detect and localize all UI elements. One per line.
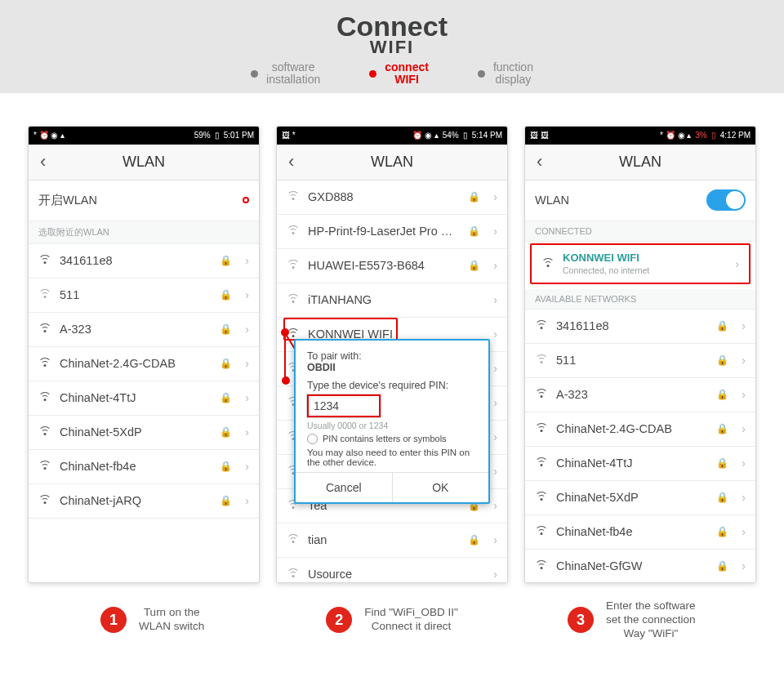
breadcrumb-item: softwareinstallation: [251, 61, 320, 87]
phone-2: 🖼 * ⏰ ◉ ▴ 54% ▯ 5:14 PM ‹ WLAN GXD888 🔒 …: [276, 126, 508, 583]
toggle-switch[interactable]: [706, 189, 746, 211]
chevron-right-icon: ›: [742, 457, 746, 470]
dot-icon: [369, 70, 376, 78]
breadcrumb: softwareinstallation connectWIFI functio…: [0, 61, 784, 87]
network-row[interactable]: GXD888 🔒 ›: [277, 180, 507, 215]
chevron-right-icon: ›: [493, 533, 497, 546]
chevron-right-icon: ›: [245, 288, 249, 301]
network-row[interactable]: ChinaNet-2.4G-CDAB 🔒 ›: [525, 412, 755, 447]
chevron-right-icon: ›: [493, 259, 497, 272]
pairing-dialog: To pair with: OBDII Type the device's re…: [294, 339, 490, 504]
screen-title: ‹ WLAN: [29, 145, 259, 180]
connected-network-row[interactable]: KONNWEI WIFI Connected, no internet ›: [530, 243, 751, 284]
network-name: ChinaNet-5XdP: [556, 491, 708, 504]
chevron-right-icon: ›: [245, 357, 249, 370]
status-bar: * ⏰ ◉ ▴ 59% ▯ 5:01 PM: [29, 127, 259, 145]
connected-label: CONNECTED: [525, 221, 755, 242]
network-row[interactable]: 511 🔒 ›: [29, 278, 259, 313]
wlan-toggle-row[interactable]: 开启WLAN: [29, 180, 259, 221]
network-row[interactable]: ChinaNet-5XdP 🔒 ›: [525, 481, 755, 515]
step-item: 3 Enter the softwareset the connectionWa…: [515, 599, 747, 641]
cancel-button[interactable]: Cancel: [296, 473, 392, 502]
network-row[interactable]: tian 🔒 ›: [277, 523, 507, 558]
network-row[interactable]: ChinaNet-fb4e 🔒 ›: [525, 515, 755, 550]
chevron-right-icon: ›: [493, 293, 497, 306]
pin-note: You may also need to enter this PIN on t…: [307, 448, 477, 467]
network-name: 341611e8: [60, 254, 212, 267]
chevron-right-icon: ›: [742, 559, 746, 572]
status-bar: 🖼 🖼 * ⏰ ◉ ▴ 3% ▯ 4:12 PM: [525, 127, 755, 145]
wifi-icon: [287, 533, 300, 546]
network-row[interactable]: A-323 🔒 ›: [525, 378, 755, 412]
battery-text: 59%: [194, 131, 211, 140]
network-row[interactable]: HUAWEI-E5573-B684 🔒 ›: [277, 249, 507, 283]
network-name: ChinaNet-4TtJ: [556, 457, 708, 470]
wifi-icon: [287, 568, 300, 581]
wifi-icon: [38, 254, 51, 267]
phone-1: * ⏰ ◉ ▴ 59% ▯ 5:01 PM ‹ WLAN 开启WLAN 选取附近…: [28, 126, 260, 583]
back-button[interactable]: ‹: [283, 148, 299, 176]
network-row[interactable]: ChinaNet-jARQ 🔒 ›: [29, 484, 259, 519]
wlan-toggle-row[interactable]: WLAN: [525, 180, 755, 221]
pair-label: To pair with:: [307, 350, 477, 362]
lock-icon: 🔒: [716, 560, 728, 572]
network-row[interactable]: iTIANHANG ›: [277, 283, 507, 318]
network-name: ChinaNet-2.4G-CDAB: [556, 422, 708, 435]
network-row[interactable]: ChinaNet-2.4G-CDAB 🔒 ›: [29, 347, 259, 381]
available-label: AVAILABLE NETWORKS: [525, 289, 755, 310]
lock-icon: 🔒: [716, 389, 728, 400]
network-name: 511: [60, 288, 212, 301]
back-button[interactable]: ‹: [35, 148, 51, 176]
lock-icon: 🔒: [220, 461, 232, 472]
pin-input[interactable]: 1234: [307, 394, 381, 417]
phone-3: 🖼 🖼 * ⏰ ◉ ▴ 3% ▯ 4:12 PM ‹ WLAN WLAN CON…: [524, 126, 756, 583]
network-row[interactable]: ChinaNet-GfGW 🔒 ›: [525, 550, 755, 583]
pin-hint: Usually 0000 or 1234: [307, 421, 477, 430]
radio-icon: [307, 434, 318, 444]
network-row[interactable]: 341611e8 🔒 ›: [525, 310, 755, 344]
step-number: 1: [100, 607, 127, 633]
step-item: 1 Turn on theWLAN switch: [37, 599, 269, 641]
network-row[interactable]: 341611e8 🔒 ›: [29, 244, 259, 278]
network-row[interactable]: Usource ›: [277, 558, 507, 583]
pin-letters-checkbox[interactable]: PIN contains letters or symbols: [307, 434, 477, 444]
network-name: A-323: [556, 388, 708, 401]
callout-line-icon: [284, 333, 286, 382]
lock-icon: 🔒: [220, 495, 232, 506]
chevron-right-icon: ›: [742, 388, 746, 401]
ok-button[interactable]: OK: [392, 473, 489, 502]
network-row[interactable]: ChinaNet-4TtJ 🔒 ›: [29, 381, 259, 416]
wifi-icon: [287, 259, 300, 272]
wifi-icon: [287, 225, 300, 238]
network-row[interactable]: ChinaNet-fb4e 🔒 ›: [29, 450, 259, 484]
network-name: ChinaNet-2.4G-CDAB: [60, 357, 212, 370]
chevron-right-icon: ›: [245, 323, 249, 336]
chevron-right-icon: ›: [245, 460, 249, 473]
chevron-right-icon: ›: [493, 465, 497, 478]
network-name: KONNWEI WIFI: [563, 252, 727, 264]
chevron-right-icon: ›: [493, 190, 497, 203]
screen-title: ‹ WLAN: [277, 145, 507, 180]
network-row[interactable]: A-323 🔒 ›: [29, 313, 259, 347]
back-button[interactable]: ‹: [532, 148, 547, 176]
lock-icon: 🔒: [220, 255, 232, 266]
network-row[interactable]: 511 🔒 ›: [525, 344, 755, 378]
wifi-icon: [38, 288, 51, 301]
chevron-right-icon: ›: [493, 362, 497, 375]
wifi-icon: [535, 354, 548, 367]
chevron-right-icon: ›: [742, 491, 746, 504]
wifi-icon: [535, 319, 548, 332]
network-name: A-323: [60, 323, 212, 336]
network-row[interactable]: HP-Print-f9-LaserJet Pro MFP 🔒 ›: [277, 215, 507, 249]
network-row[interactable]: ChinaNet-5XdP 🔒 ›: [29, 416, 259, 450]
lock-icon: 🔒: [716, 457, 728, 469]
network-row[interactable]: ChinaNet-4TtJ 🔒 ›: [525, 447, 755, 481]
battery-text: 54%: [443, 131, 459, 140]
breadcrumb-item: connectWIFI: [369, 61, 429, 87]
lock-icon: 🔒: [716, 492, 728, 503]
chevron-right-icon: ›: [493, 396, 497, 409]
step-text: Enter the softwareset the connectionWay …: [606, 599, 696, 641]
screen-title: ‹ WLAN: [525, 145, 755, 180]
network-name: 511: [556, 354, 708, 367]
breadcrumb-item: functiondisplay: [478, 61, 533, 87]
